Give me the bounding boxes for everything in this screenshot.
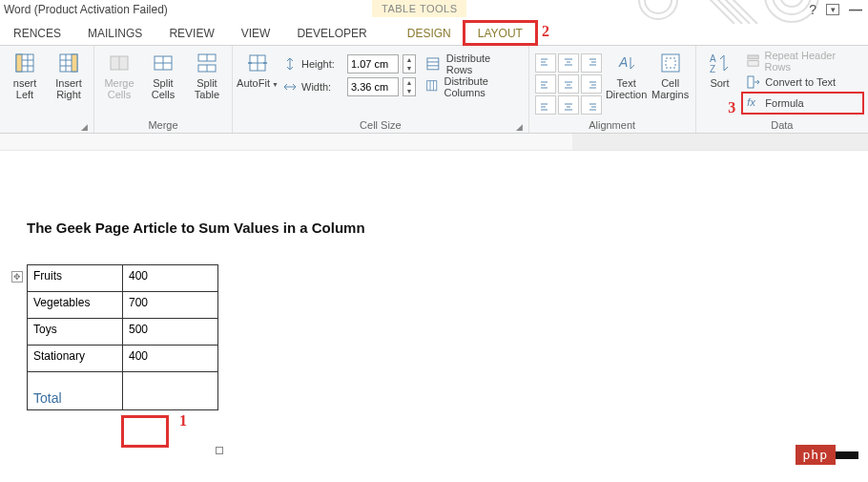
table-row-total[interactable]: Total	[28, 372, 218, 410]
ribbon: nsertLeft InsertRight ◢ MergeCells Split…	[0, 46, 868, 134]
distribute-columns-button[interactable]: Distribute Columns	[422, 76, 523, 97]
table-row[interactable]: Toys500	[28, 319, 218, 346]
insert-right-icon	[57, 52, 80, 74]
align-top-left[interactable]	[535, 53, 556, 73]
svg-text:Z: Z	[710, 64, 715, 74]
align-mid-right[interactable]	[581, 74, 602, 94]
width-input[interactable]	[347, 77, 399, 96]
merge-cells-icon	[108, 52, 131, 74]
convert-to-text-label: Convert to Text	[765, 76, 836, 88]
width-label: Width:	[301, 81, 343, 93]
insert-right-button[interactable]: InsertRight	[50, 50, 88, 100]
align-bot-right[interactable]	[581, 95, 602, 115]
minimize-icon[interactable]: —	[849, 2, 862, 17]
data-table[interactable]: Fruits400Vegetables700Toys500Stationary4…	[27, 264, 218, 410]
merge-cells-button: MergeCells	[100, 50, 138, 100]
tab-view[interactable]: VIEW	[228, 23, 284, 45]
distribute-rows-icon	[425, 56, 441, 72]
align-mid-left[interactable]	[535, 74, 556, 94]
split-cells-button[interactable]: SplitCells	[144, 50, 182, 100]
svg-rect-61	[662, 54, 679, 72]
document-area[interactable]: The Geek Page Article to Sum Values in a…	[0, 151, 868, 410]
dialog-launcher-icon[interactable]: ◢	[516, 122, 523, 132]
row-label[interactable]: Vegetables	[28, 292, 123, 319]
svg-rect-66	[748, 61, 758, 67]
convert-to-text-icon	[747, 75, 760, 89]
height-input[interactable]	[347, 54, 399, 73]
align-bot-center[interactable]	[558, 95, 579, 115]
row-value[interactable]: 500	[123, 319, 218, 346]
tab-layout[interactable]: LAYOUT	[465, 23, 536, 45]
cell-margins-button[interactable]: CellMargins	[651, 50, 690, 100]
tab-mailings[interactable]: MAILINGS	[74, 23, 155, 45]
title-bar: Word (Product Activation Failed) TABLE T…	[0, 0, 868, 23]
split-table-label: SplitTable	[195, 77, 219, 100]
tab-review[interactable]: REVIEW	[155, 23, 227, 45]
height-spinner[interactable]: ▲▼	[403, 54, 416, 73]
insert-right-label: InsertRight	[55, 77, 82, 100]
distribute-columns-label: Distribute Columns	[444, 75, 518, 98]
help-icon[interactable]: ?	[809, 2, 816, 17]
svg-rect-67	[748, 76, 754, 88]
repeat-header-rows-button: Repeat Header Rows	[743, 52, 862, 71]
table-resize-handle-icon[interactable]	[216, 447, 223, 454]
svg-rect-27	[427, 58, 439, 70]
width-spinner[interactable]: ▲▼	[403, 77, 416, 96]
tab-design[interactable]: DESIGN	[394, 23, 465, 45]
sort-label: Sort	[710, 77, 729, 89]
svg-rect-11	[72, 54, 77, 72]
table-row[interactable]: Vegetables700	[28, 292, 218, 319]
split-cells-label: SplitCells	[152, 77, 175, 100]
data-group-label: Data	[702, 119, 862, 133]
table-row[interactable]: Fruits400	[28, 265, 218, 292]
svg-rect-6	[16, 54, 22, 72]
distribute-rows-button[interactable]: Distribute Rows	[422, 53, 523, 74]
row-label[interactable]: Toys	[28, 319, 123, 346]
watermark-logo: php	[796, 445, 858, 465]
repeat-header-label: Repeat Header Rows	[764, 50, 858, 73]
convert-to-text-button[interactable]: Convert to Text	[743, 73, 862, 92]
sort-button[interactable]: AZ Sort	[702, 50, 738, 89]
split-table-button[interactable]: SplitTable	[188, 50, 226, 100]
cell-size-group-label: Cell Size◢	[238, 119, 523, 133]
align-top-center[interactable]	[558, 53, 579, 73]
tab-references[interactable]: RENCES	[0, 23, 74, 45]
align-mid-center[interactable]	[558, 74, 579, 94]
formula-button[interactable]: fx Formula	[743, 94, 862, 113]
svg-rect-30	[427, 81, 437, 91]
watermark-text-a: php	[796, 445, 836, 465]
ribbon-tabs: RENCES MAILINGS REVIEW VIEW DEVELOPER DE…	[0, 23, 868, 46]
row-label[interactable]: Stationary	[28, 346, 123, 372]
sort-icon: AZ	[708, 52, 731, 74]
total-value-cell[interactable]	[123, 372, 218, 410]
formula-icon: fx	[747, 96, 760, 110]
tab-layout-label: LAYOUT	[478, 27, 523, 40]
horizontal-ruler[interactable]	[0, 134, 868, 151]
merge-cells-label: MergeCells	[104, 77, 134, 100]
row-value[interactable]: 700	[123, 292, 218, 319]
row-value[interactable]: 400	[123, 265, 218, 292]
height-icon	[282, 56, 298, 72]
split-table-icon	[196, 52, 218, 74]
distribute-rows-label: Distribute Rows	[446, 52, 519, 75]
annotation-number-1: 1	[179, 412, 187, 430]
row-value[interactable]: 400	[123, 346, 218, 372]
insert-left-label: nsertLeft	[13, 77, 36, 100]
insert-left-icon	[13, 52, 36, 74]
align-top-right[interactable]	[581, 53, 602, 73]
annotation-highlight	[121, 415, 169, 448]
row-label[interactable]: Fruits	[28, 265, 123, 292]
align-bot-left[interactable]	[535, 95, 556, 115]
text-direction-button[interactable]: A TextDirection	[608, 50, 646, 100]
autofit-button[interactable]: AutoFit▼	[238, 50, 277, 91]
ribbon-display-icon[interactable]: ▾	[826, 4, 839, 15]
table-move-handle-icon[interactable]: ✥	[11, 271, 23, 283]
autofit-icon	[246, 52, 269, 74]
total-label[interactable]: Total	[28, 372, 123, 410]
insert-left-button[interactable]: nsertLeft	[6, 50, 44, 100]
tab-developer[interactable]: DEVELOPER	[283, 23, 380, 45]
table-row[interactable]: Stationary400	[28, 346, 218, 372]
dialog-launcher-icon[interactable]: ◢	[81, 122, 88, 132]
text-direction-label: TextDirection	[606, 77, 647, 100]
merge-group-label: Merge	[100, 119, 226, 133]
